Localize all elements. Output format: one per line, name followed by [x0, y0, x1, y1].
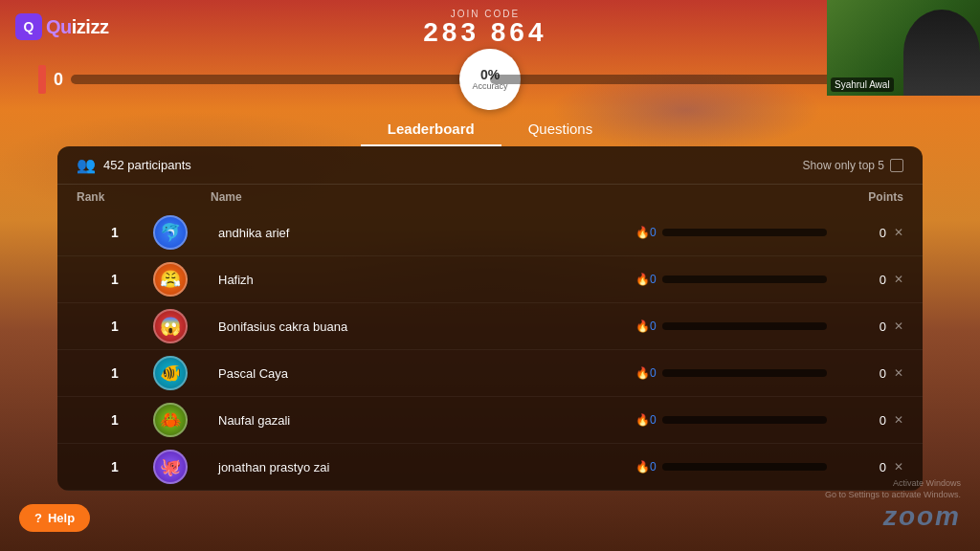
score-left-value: 0	[54, 70, 63, 90]
help-label: Help	[48, 511, 75, 525]
col-name: Name	[211, 190, 635, 204]
table-row: 1 🐠 Pascal Caya 🔥0 0 ✕	[57, 350, 923, 397]
points-bar	[662, 322, 827, 330]
player-avatar: 🦀	[153, 403, 188, 437]
points-num-area: 0 ✕	[827, 320, 903, 334]
col-avatar	[153, 190, 211, 204]
points-num-area: 0 ✕	[827, 413, 903, 428]
points-num-area: 0 ✕	[827, 273, 903, 287]
activate-windows-notice: Activate Windows Go to Settings to activ…	[825, 477, 961, 501]
tab-questions[interactable]: Questions	[501, 113, 620, 146]
player-name: Naufal gazali	[211, 413, 635, 428]
table-rows: 1 🐬 andhika arief 🔥0 0 ✕ 1 😤 Hafizh 🔥0 0…	[57, 209, 923, 491]
tab-leaderboard[interactable]: Leaderboard	[361, 113, 501, 146]
points-bar	[662, 229, 827, 236]
points-bar	[662, 463, 827, 471]
points-bar-area: 🔥0	[635, 413, 827, 427]
video-participant-name: Syahrul Awal	[831, 77, 894, 92]
participants-count: 452 participants	[103, 158, 191, 172]
points-num-area: 0 ✕	[827, 366, 903, 381]
points-value: 0	[880, 460, 886, 474]
points-bar-area: 🔥0	[635, 460, 827, 474]
player-avatar: 🐠	[153, 356, 188, 390]
points-value: 0	[880, 413, 886, 428]
streak-icon: 🔥0	[635, 226, 657, 239]
player-name: Hafizh	[211, 273, 635, 287]
rank-value: 1	[77, 225, 153, 240]
points-value: 0	[880, 320, 886, 334]
table-row: 1 😤 Hafizh 🔥0 0 ✕	[57, 256, 923, 303]
remove-player-button[interactable]: ✕	[894, 320, 903, 333]
video-person-silhouette	[903, 10, 980, 96]
join-code-area: JOIN CODE 283 864	[423, 9, 546, 46]
help-icon: ?	[34, 511, 42, 525]
table-header: Rank Name Points	[57, 185, 923, 209]
remove-player-button[interactable]: ✕	[894, 226, 903, 239]
panel-header: 👥 452 participants Show only top 5	[57, 146, 923, 185]
col-points: Points	[827, 190, 903, 204]
remove-player-button[interactable]: ✕	[894, 366, 903, 380]
points-bar	[662, 416, 827, 424]
points-bar-area: 🔥0	[635, 226, 827, 239]
player-name: andhika arief	[211, 226, 635, 240]
col-bar	[635, 190, 827, 204]
logo-text: Quizizz	[46, 16, 108, 38]
activate-line2: Go to Settings to activate Windows.	[825, 489, 961, 501]
streak-icon: 🔥0	[635, 460, 657, 474]
score-indicator-left	[38, 65, 46, 94]
points-bar-area: 🔥0	[635, 366, 827, 380]
points-bar-area: 🔥0	[635, 320, 827, 333]
participants-info: 👥 452 participants	[77, 156, 191, 174]
rank-value: 1	[77, 365, 153, 381]
remove-player-button[interactable]: ✕	[894, 413, 903, 427]
remove-player-button[interactable]: ✕	[894, 460, 903, 474]
show-top5-label: Show only top 5	[803, 159, 884, 172]
player-name: Bonifasius cakra buana	[211, 320, 635, 334]
points-value: 0	[880, 273, 886, 287]
player-avatar: 😤	[153, 262, 188, 297]
participants-icon: 👥	[77, 156, 96, 174]
player-name: Pascal Caya	[211, 366, 635, 381]
points-bar-area: 🔥0	[635, 273, 827, 286]
player-name: jonathan prastyo zai	[211, 460, 635, 474]
video-bg: Syahrul Awal	[827, 0, 980, 96]
points-value: 0	[880, 366, 886, 381]
streak-icon: 🔥0	[635, 320, 657, 333]
tabs: Leaderboard Questions	[57, 113, 923, 146]
activate-line1: Activate Windows	[825, 477, 961, 490]
show-top5-checkbox[interactable]	[890, 159, 903, 172]
col-rank: Rank	[77, 190, 153, 204]
rank-value: 1	[77, 319, 153, 334]
streak-icon: 🔥0	[635, 273, 657, 286]
logo: Q Quizizz	[15, 13, 108, 40]
table-row: 1 🐙 jonathan prastyo zai 🔥0 0 ✕	[57, 444, 923, 491]
zoom-watermark: zoom	[883, 501, 961, 532]
points-value: 0	[880, 226, 886, 240]
logo-icon: Q	[15, 13, 42, 40]
join-code: 283 864	[423, 19, 546, 46]
table-row: 1 🐬 andhika arief 🔥0 0 ✕	[57, 209, 923, 256]
show-top5[interactable]: Show only top 5	[803, 159, 903, 172]
leaderboard-panel: 👥 452 participants Show only top 5 Rank …	[57, 146, 923, 491]
rank-value: 1	[77, 459, 153, 474]
streak-icon: 🔥0	[635, 366, 657, 380]
table-row: 1 🦀 Naufal gazali 🔥0 0 ✕	[57, 397, 923, 444]
player-avatar: 😱	[153, 309, 188, 343]
player-avatar: 🐙	[153, 450, 188, 484]
points-bar	[662, 369, 827, 377]
main-panel: Leaderboard Questions 👥 452 participants…	[57, 113, 923, 491]
points-num-area: 0 ✕	[827, 226, 903, 240]
score-bar-track-left	[71, 75, 490, 84]
points-bar	[662, 276, 827, 283]
table-row: 1 😱 Bonifasius cakra buana 🔥0 0 ✕	[57, 303, 923, 350]
player-avatar: 🐬	[153, 215, 188, 250]
rank-value: 1	[77, 412, 153, 428]
streak-icon: 🔥0	[635, 413, 657, 427]
remove-player-button[interactable]: ✕	[894, 273, 903, 286]
score-left: 0	[38, 65, 490, 94]
help-button[interactable]: ? Help	[19, 504, 90, 532]
video-overlay: Syahrul Awal	[827, 0, 980, 96]
rank-value: 1	[77, 272, 153, 287]
points-num-area: 0 ✕	[827, 460, 903, 474]
